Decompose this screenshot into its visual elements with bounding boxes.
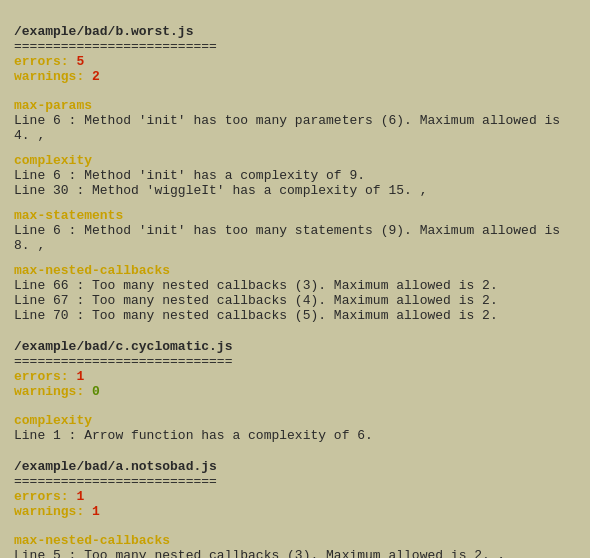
filepath-3: /example/bad/a.notsobad.js [14, 459, 576, 474]
rule-mnc-msg1: Line 66 : Too many nested callbacks (3).… [14, 278, 576, 293]
rule-complexity-msg1: Line 6 : Method 'init' has a complexity … [14, 168, 576, 183]
rule-mnc-3-msg1: Line 5 : Too many nested callbacks (3). … [14, 548, 576, 558]
separator-2: ============================ [14, 354, 576, 369]
warnings-label-3: warnings: [14, 504, 92, 519]
errors-2: errors: 1 [14, 369, 576, 384]
errors-label-1: errors: [14, 54, 76, 69]
filepath-2: /example/bad/c.cyclomatic.js [14, 339, 576, 354]
errors-3: errors: 1 [14, 489, 576, 504]
warnings-2: warnings: 0 [14, 384, 576, 399]
rule-max-params-msg1: Line 6 : Method 'init' has too many para… [14, 113, 576, 143]
section-2: /example/bad/c.cyclomatic.js ===========… [14, 339, 576, 443]
section-1: /example/bad/b.worst.js ================… [14, 24, 576, 323]
rule-complexity-1: complexity [14, 153, 576, 168]
rule-complexity-msg2: Line 30 : Method 'wiggleIt' has a comple… [14, 183, 576, 198]
warnings-label-2: warnings: [14, 384, 92, 399]
errors-value-2: 1 [76, 369, 84, 384]
warnings-label-1: warnings: [14, 69, 92, 84]
rule-max-nested-callbacks-1: max-nested-callbacks [14, 263, 576, 278]
rule-mnc-msg3: Line 70 : Too many nested callbacks (5).… [14, 308, 576, 323]
output-container: /example/bad/b.worst.js ================… [14, 24, 576, 558]
section-3: /example/bad/a.notsobad.js =============… [14, 459, 576, 558]
rule-max-params: max-params [14, 98, 576, 113]
errors-1: errors: 5 [14, 54, 576, 69]
rule-complexity-2: complexity [14, 413, 576, 428]
warnings-1: warnings: 2 [14, 69, 576, 84]
errors-label-3: errors: [14, 489, 76, 504]
rule-mnc-msg2: Line 67 : Too many nested callbacks (4).… [14, 293, 576, 308]
errors-value-3: 1 [76, 489, 84, 504]
warnings-3: warnings: 1 [14, 504, 576, 519]
errors-value-1: 5 [76, 54, 84, 69]
warnings-value-2: 0 [92, 384, 100, 399]
errors-label-2: errors: [14, 369, 76, 384]
rule-complexity-2-msg1: Line 1 : Arrow function has a complexity… [14, 428, 576, 443]
separator-3: ========================== [14, 474, 576, 489]
filepath-1: /example/bad/b.worst.js [14, 24, 576, 39]
rule-max-nested-callbacks-3: max-nested-callbacks [14, 533, 576, 548]
warnings-value-1: 2 [92, 69, 100, 84]
warnings-value-3: 1 [92, 504, 100, 519]
rule-max-statements: max-statements [14, 208, 576, 223]
separator-1: ========================== [14, 39, 576, 54]
rule-max-statements-msg1: Line 6 : Method 'init' has too many stat… [14, 223, 576, 253]
